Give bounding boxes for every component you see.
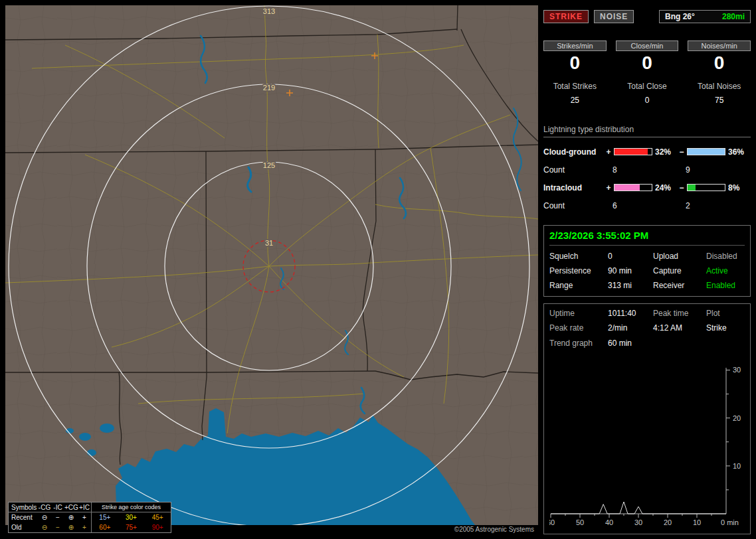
bearing-box: Bng 26° 280mi [659,10,751,23]
cg-plus-bar-fill [614,149,648,155]
cg-plus-count: 8 [613,165,686,175]
x-tick-40: 40 [605,518,613,526]
legend-col-neg-cg: -CG [38,504,51,511]
ic-minus-bar-fill [688,185,696,191]
pos-ic-recent-icon: + [78,514,91,521]
range-label: Range [549,281,608,290]
ic-minus-count: 2 [686,201,690,210]
receiver-label: Receiver [653,281,706,290]
cloud-ground-count-row: Count 8 9 [543,161,751,179]
ic-count-label: Count [543,201,613,210]
total-noises-label: Total Noises [688,82,751,91]
lightning-map[interactable]: 313 219 125 31 [5,5,538,525]
trend-tick-labels: 30 20 10 60 50 40 30 20 10 0 min [549,366,741,526]
neg-ic-recent-icon: − [51,514,64,521]
y-tick-30: 30 [733,366,741,374]
ic-plus-bar [614,184,652,191]
neg-ic-old-icon: − [51,524,64,531]
total-strikes-value: 25 [543,96,607,105]
intracloud-count-row: Count 6 2 [543,196,751,214]
legend-col-pos-cg: +CG [64,504,78,511]
ic-minus-bar [687,184,725,191]
uptime-label: Uptime [549,309,608,318]
total-close-label: Total Close [616,82,679,91]
cloud-ground-label: Cloud-ground [543,147,605,157]
legend-row-recent: Recent ⊖ − ⊕ + 15+ 30+ 45+ [9,512,171,522]
legend-age-header: Strike age color codes [91,502,171,512]
strike-indicator-button[interactable]: STRIKE [543,10,589,23]
peak-time-label: Peak time [653,309,706,318]
legend-row-old: Old ⊖ − ⊕ + 60+ 75+ 90+ [9,522,171,532]
capture-status: Active [706,266,745,275]
total-strikes-label: Total Strikes [543,82,607,91]
ic-plus-count: 6 [613,201,686,210]
squelch-value: 0 [608,252,653,261]
age-90: 90+ [152,524,163,531]
noise-indicator-button[interactable]: NOISE [594,10,634,23]
peak-time-value: 4:12 AM [653,323,706,333]
uptime-value: 1011:40 [608,309,653,318]
y-tick-20: 20 [733,414,741,422]
ic-plus-bar-fill [614,185,640,191]
range-label-313: 313 [263,7,275,15]
age-75: 75+ [126,524,137,531]
y-tick-10: 10 [733,462,741,470]
noises-per-min-chip: Noises/min [688,40,751,51]
lightning-distribution: Lightning type distribution Cloud-ground… [543,125,751,214]
trend-spikes [551,502,726,514]
upload-label: Upload [653,252,706,261]
trend-axes [551,368,730,518]
pos-cg-recent-icon: ⊕ [64,514,78,521]
legend-col-neg-ic: -IC [51,504,64,511]
system-status-grid: Squelch 0 Upload Disabled Persistence 90… [549,252,745,290]
squelch-label: Squelch [549,252,608,261]
x-tick-50: 50 [576,518,584,526]
persistence-label: Persistence [549,266,608,275]
persistence-value: 90 min [608,266,653,275]
trend-graph-label: Trend graph [549,339,608,348]
age-45: 45+ [152,514,163,521]
peak-rate-value: 2/min [608,323,653,333]
strikes-counter-column: Strikes/min 0 Total Strikes 25 [543,40,607,105]
age-30: 30+ [126,514,137,521]
total-close-value: 0 [616,96,679,105]
total-noises-value: 75 [688,96,751,105]
legend-old-label: Old [9,524,38,531]
cg-minus-bar [687,148,725,155]
receiver-status: Enabled [706,281,745,290]
cg-plus-bar [614,148,652,155]
copyright-text: ©2005 Astrogenic Systems [454,526,534,533]
range-label-219: 219 [263,84,275,92]
x-tick-10: 10 [693,518,701,526]
noises-per-min-value: 0 [688,54,751,72]
ic-plus-percent: 24% [654,183,678,193]
x-tick-30: 30 [634,518,642,526]
bearing-value: Bng 26° [665,12,695,21]
pos-ic-old-icon: + [78,524,91,531]
cg-plus-percent: 32% [654,147,678,157]
neg-cg-old-icon: ⊖ [38,524,51,531]
plot-value: Strike [706,323,745,333]
indicator-bar: STRIKE NOISE Bng 26° 280mi [543,10,751,23]
trend-window-value: 60 min [608,339,632,348]
minus-sign: − [678,147,686,157]
app-window: 313 219 125 31 Symbols -CG -IC +CG +IC S… [0,0,756,539]
noises-counter-column: Noises/min 0 Total Noises 75 [688,40,751,105]
legend-recent-label: Recent [9,514,38,521]
lightning-map-panel: 313 219 125 31 Symbols -CG -IC +CG +IC S… [5,5,538,534]
age-60: 60+ [99,524,110,531]
close-per-min-chip: Close/min [616,40,679,51]
upload-status: Disabled [706,252,745,261]
x-tick-20: 20 [664,518,672,526]
system-status-box: 2/23/2026 3:55:02 PM Squelch 0 Upload Di… [543,225,751,297]
range-label-31: 31 [265,239,273,247]
ic-minus-percent: 8% [727,183,751,193]
cg-minus-count: 9 [686,165,690,175]
cloud-ground-row: Cloud-ground + 32% − 36% [543,143,751,161]
peak-rate-label: Peak rate [549,323,608,333]
neg-cg-recent-icon: ⊖ [38,514,51,521]
range-label-125: 125 [263,161,275,169]
cg-minus-bar-fill [688,149,725,155]
statistics-grid: Uptime 1011:40 Peak time Plot Peak rate … [549,309,745,333]
trend-graph-row: Trend graph 60 min [549,339,745,348]
